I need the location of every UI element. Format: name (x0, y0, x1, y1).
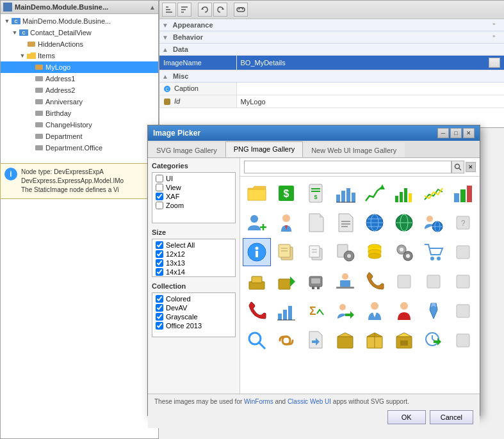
category-zoom-check[interactable] (156, 202, 163, 209)
collection-devav-check[interactable] (156, 304, 163, 312)
img-doc-arrow[interactable] (302, 326, 330, 355)
category-xaf-check[interactable] (156, 193, 163, 200)
size-13x13-check[interactable] (156, 259, 163, 267)
img-docs-stack[interactable] (272, 238, 300, 266)
tree-node-dept-office[interactable]: Department.Office (1, 142, 158, 154)
img-chartcolumn[interactable] (449, 179, 477, 207)
size-14x14[interactable]: 14x14 (154, 267, 234, 276)
img-phone2[interactable] (243, 297, 271, 325)
img-clock-arrow[interactable] (419, 326, 448, 355)
dialog-maximize-btn[interactable]: □ (450, 128, 462, 138)
size-12x12-check[interactable] (156, 250, 163, 258)
img-box3[interactable] (361, 326, 389, 355)
img-chart[interactable] (331, 179, 359, 207)
img-chartbar[interactable] (390, 179, 418, 207)
collection-colored[interactable]: Colored (154, 294, 234, 303)
img-docs-copy[interactable] (302, 238, 330, 266)
category-ui[interactable]: UI (154, 174, 234, 183)
img-spacer-6[interactable] (449, 297, 477, 325)
img-person-red[interactable] (390, 297, 418, 325)
tree-node-changehistory[interactable]: ChangeHistory (1, 119, 158, 131)
category-xaf[interactable]: XAF (154, 192, 234, 201)
dialog-close-btn[interactable]: ✕ (463, 128, 475, 138)
size-14x14-check[interactable] (156, 268, 163, 276)
collection-grayscale[interactable]: Grayscale (154, 312, 234, 321)
img-spacer-1[interactable]: ? (449, 209, 477, 237)
img-person-add[interactable] (243, 209, 271, 237)
size-12x12[interactable]: 12x12 (154, 250, 234, 259)
prop-row-caption[interactable]: C Caption (159, 83, 504, 95)
search-clear-button[interactable]: ✕ (466, 162, 476, 172)
img-coins[interactable] (361, 238, 389, 266)
tree-node-birthday[interactable]: Birthday (1, 108, 158, 119)
size-13x13[interactable]: 13x13 (154, 259, 234, 267)
prop-row-id[interactable]: Id MyLogo (159, 95, 504, 108)
img-person-desk[interactable] (331, 267, 359, 296)
img-barchart[interactable] (272, 297, 300, 325)
img-globe2[interactable] (390, 209, 418, 237)
category-behavior[interactable]: ▼ Behavior » (159, 31, 504, 44)
tree-node-anniversary[interactable]: Anniversary (1, 96, 158, 108)
size-selectall[interactable]: Select All (154, 241, 234, 250)
collapse-arrow[interactable]: ▲ (149, 4, 156, 11)
tree-node-address1[interactable]: Address1 (1, 73, 158, 84)
tab-webui[interactable]: New Web UI Image Gallery (303, 143, 405, 157)
category-misc[interactable]: ▲ Misc (159, 70, 504, 83)
img-globe[interactable] (361, 209, 389, 237)
collection-office2013[interactable]: Office 2013 (154, 321, 234, 330)
img-link2[interactable] (272, 326, 300, 355)
category-view-check[interactable] (156, 184, 163, 191)
link-btn[interactable] (234, 3, 248, 17)
category-ui-check[interactable] (156, 175, 163, 182)
tree-node-address2[interactable]: Address2 (1, 84, 158, 96)
img-person-tie[interactable] (272, 209, 300, 237)
img-spacer-5[interactable] (449, 267, 477, 296)
tree-node-mylogo[interactable]: MyLogo (1, 61, 158, 73)
imagename-picker-btn[interactable]: … (489, 58, 500, 68)
search-button[interactable] (451, 161, 464, 173)
ok-button[interactable]: OK (387, 410, 426, 424)
sort-asc-btn[interactable] (162, 3, 176, 17)
img-magnifier[interactable] (243, 326, 271, 355)
redo-btn[interactable] (213, 3, 227, 17)
img-person-suit[interactable] (361, 297, 389, 325)
footer-link-winforms[interactable]: WinForms (244, 398, 273, 405)
tree-node-hidden[interactable]: HiddenActions (1, 38, 158, 50)
size-selectall-check[interactable] (156, 241, 163, 249)
img-spacer-4[interactable] (419, 267, 448, 296)
collection-office2013-check[interactable] (156, 322, 163, 330)
tab-svg[interactable]: SVG Image Gallery (148, 143, 225, 157)
img-chartup[interactable] (361, 179, 389, 207)
img-person-arrow[interactable] (331, 297, 359, 325)
img-spacer-3[interactable] (390, 267, 418, 296)
tab-png[interactable]: PNG Image Gallery (225, 141, 303, 157)
tree-node-department[interactable]: Department (1, 131, 158, 142)
img-doc-blank[interactable] (302, 209, 330, 237)
category-appearance[interactable]: ▼ Appearance » (159, 19, 504, 31)
img-machine[interactable] (302, 267, 330, 296)
img-person-info[interactable] (243, 238, 271, 266)
footer-link-webui[interactable]: Classic Web UI (288, 398, 331, 405)
img-folder[interactable] (243, 179, 271, 207)
img-person-globe[interactable] (419, 209, 448, 237)
category-data[interactable]: ▲ Data (159, 44, 504, 56)
img-spacer-2[interactable] (449, 238, 477, 266)
sort-desc-btn[interactable] (177, 3, 191, 17)
img-spacer-7[interactable] (449, 326, 477, 355)
collection-colored-check[interactable] (156, 295, 163, 303)
img-sigma-chart[interactable]: Σ (302, 297, 330, 325)
img-docs-gear[interactable] (331, 238, 359, 266)
collection-devav[interactable]: DevAV (154, 303, 234, 312)
tree-node-contact[interactable]: ▼ C Contact_DetailView (1, 27, 158, 38)
cancel-button[interactable]: Cancel (430, 410, 473, 424)
img-dollar[interactable]: $ (272, 179, 300, 207)
img-dollardoc[interactable]: $ (302, 179, 330, 207)
img-doc-lines[interactable] (331, 209, 359, 237)
dialog-minimize-btn[interactable]: ─ (437, 128, 449, 138)
tree-node-root[interactable]: ▼ C MainDemo.Module.Busine... (1, 15, 158, 27)
img-box2[interactable] (331, 326, 359, 355)
tree-node-items[interactable]: ▼ Items (1, 50, 158, 61)
collection-grayscale-check[interactable] (156, 313, 163, 321)
img-gear-stack[interactable] (390, 238, 418, 266)
category-zoom[interactable]: Zoom (154, 201, 234, 210)
